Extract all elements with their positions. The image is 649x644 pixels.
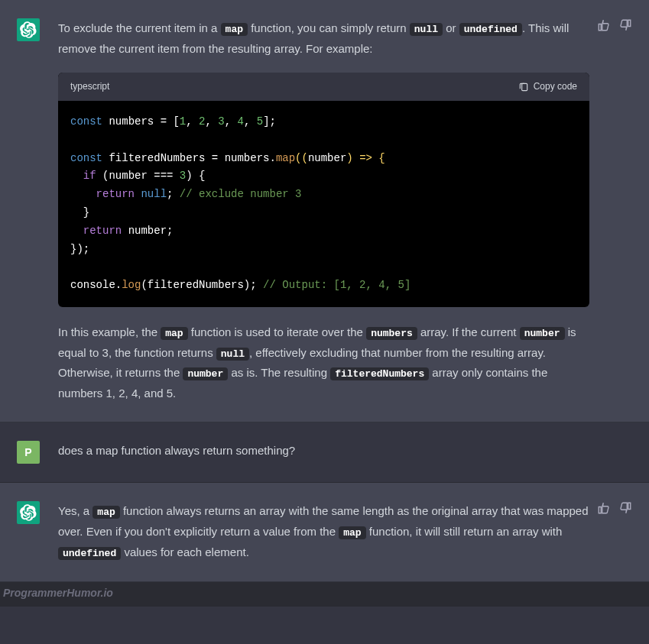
- paragraph: In this example, the map function is use…: [58, 322, 589, 404]
- watermark: ProgrammerHumor.io: [0, 582, 649, 607]
- text: Yes, a: [58, 504, 92, 517]
- assistant-message: To exclude the current item in a map fun…: [0, 0, 649, 422]
- text: as is. The resulting: [228, 366, 330, 379]
- text: array. If the current: [417, 325, 520, 338]
- assistant-message: Yes, a map function always returns an ar…: [0, 483, 649, 581]
- inline-code: map: [92, 506, 119, 519]
- inline-code: undefined: [58, 547, 121, 560]
- thumbs-down-button[interactable]: [618, 501, 632, 515]
- inline-code: null: [410, 23, 443, 36]
- thumbs-down-icon: [618, 18, 632, 32]
- inline-code: undefined: [459, 23, 522, 36]
- assistant-avatar: [17, 501, 40, 524]
- code-body: const numbers = [1, 2, 3, 4, 5]; const f…: [58, 101, 589, 307]
- text: In this example, the: [58, 325, 161, 338]
- thumbs-down-button[interactable]: [618, 18, 632, 32]
- clipboard-icon: [518, 82, 529, 92]
- inline-code: null: [216, 348, 249, 361]
- user-message: P does a map function always return some…: [0, 422, 649, 483]
- svg-rect-0: [521, 83, 527, 90]
- openai-logo-icon: [20, 504, 37, 521]
- inline-code: number: [520, 327, 565, 340]
- paragraph: Yes, a map function always returns an ar…: [58, 501, 589, 562]
- message-content: Yes, a map function always returns an ar…: [58, 501, 632, 562]
- inline-code: map: [339, 526, 365, 539]
- feedback-buttons: [597, 501, 632, 515]
- code-language: typescript: [70, 79, 109, 95]
- thumbs-up-icon: [597, 501, 611, 515]
- thumbs-up-button[interactable]: [597, 501, 611, 515]
- user-avatar: P: [17, 441, 40, 464]
- avatar-letter: P: [24, 443, 31, 462]
- paragraph: To exclude the current item in a map fun…: [58, 18, 589, 59]
- text: function, you can simply return: [248, 21, 410, 34]
- text: or: [443, 21, 459, 34]
- inline-code: numbers: [366, 327, 417, 340]
- inline-code: map: [221, 23, 248, 36]
- user-text: does a map function always return someth…: [58, 441, 589, 461]
- inline-code: filteredNumbers: [330, 367, 429, 380]
- feedback-buttons: [597, 18, 632, 32]
- copy-code-button[interactable]: Copy code: [518, 79, 577, 95]
- code-header: typescript Copy code: [58, 73, 589, 101]
- message-content: To exclude the current item in a map fun…: [58, 18, 632, 403]
- message-content: does a map function always return someth…: [58, 441, 632, 464]
- openai-logo-icon: [20, 21, 37, 38]
- text: To exclude the current item in a: [58, 21, 221, 34]
- inline-code: number: [183, 367, 228, 380]
- copy-label: Copy code: [534, 79, 577, 95]
- assistant-avatar: [17, 18, 40, 41]
- thumbs-up-button[interactable]: [597, 18, 611, 32]
- thumbs-up-icon: [597, 18, 611, 32]
- text: function, it will still return an array …: [366, 525, 563, 538]
- code-block: typescript Copy code const numbers = [1,…: [58, 73, 589, 307]
- text: values for each element.: [121, 545, 249, 558]
- thumbs-down-icon: [618, 501, 632, 515]
- inline-code: map: [161, 327, 187, 340]
- text: function is used to iterate over the: [188, 325, 366, 338]
